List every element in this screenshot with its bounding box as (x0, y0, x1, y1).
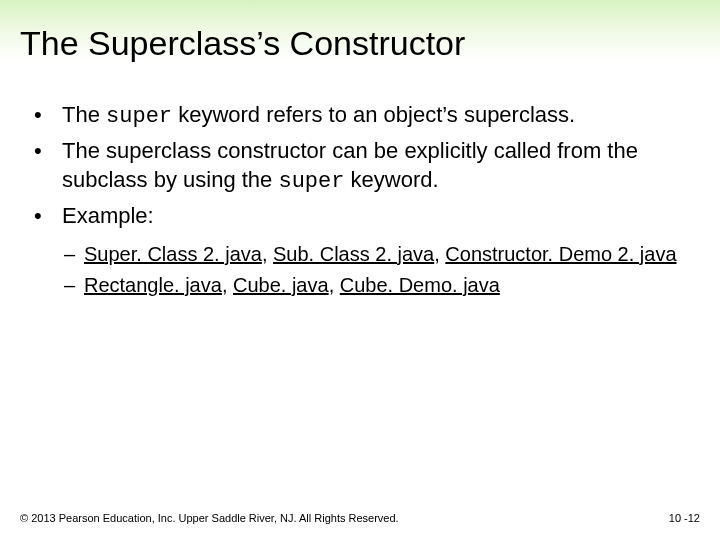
link-cube[interactable]: Cube. java (233, 274, 329, 296)
link-subclass2[interactable]: Sub. Class 2. java (273, 243, 434, 265)
bullet-3-text: Example: (62, 201, 690, 231)
bullet-3: • Example: (30, 201, 690, 231)
link-cubedemo[interactable]: Cube. Demo. java (340, 274, 500, 296)
sep: , (222, 274, 233, 296)
example-row-2: – Rectangle. java, Cube. java, Cube. Dem… (30, 272, 690, 299)
link-constructordemo2[interactable]: Constructor. Demo 2. java (445, 243, 676, 265)
bullet-1-post: keyword refers to an object’s superclass… (172, 102, 575, 127)
bullet-1-code: super (106, 104, 172, 129)
bullet-dot: • (30, 136, 62, 197)
slide-title: The Superclass’s Constructor (20, 24, 465, 63)
page-number: 10 -12 (669, 512, 700, 524)
dash-icon: – (64, 241, 84, 268)
bullet-2-code: super (278, 169, 344, 194)
bullet-dot: • (30, 201, 62, 231)
dash-icon: – (64, 272, 84, 299)
example-row-2-text: Rectangle. java, Cube. java, Cube. Demo.… (84, 272, 500, 299)
link-superclass2[interactable]: Super. Class 2. java (84, 243, 262, 265)
bullet-1-text: The super keyword refers to an object’s … (62, 100, 690, 132)
copyright-text: © 2013 Pearson Education, Inc. Upper Sad… (20, 512, 399, 524)
sep: , (329, 274, 340, 296)
example-row-1-text: Super. Class 2. java, Sub. Class 2. java… (84, 241, 677, 268)
sep: , (262, 243, 273, 265)
slide-body: • The super keyword refers to an object’… (30, 100, 690, 303)
sep: , (434, 243, 445, 265)
example-row-1: – Super. Class 2. java, Sub. Class 2. ja… (30, 241, 690, 268)
bullet-2-text: The superclass constructor can be explic… (62, 136, 690, 197)
link-rectangle[interactable]: Rectangle. java (84, 274, 222, 296)
bullet-dot: • (30, 100, 62, 132)
bullet-1-pre: The (62, 102, 106, 127)
bullet-2-post: keyword. (344, 167, 438, 192)
footer: © 2013 Pearson Education, Inc. Upper Sad… (20, 512, 700, 524)
bullet-1: • The super keyword refers to an object’… (30, 100, 690, 132)
slide: The Superclass’s Constructor • The super… (0, 0, 720, 540)
example-links: – Super. Class 2. java, Sub. Class 2. ja… (30, 241, 690, 299)
bullet-2: • The superclass constructor can be expl… (30, 136, 690, 197)
